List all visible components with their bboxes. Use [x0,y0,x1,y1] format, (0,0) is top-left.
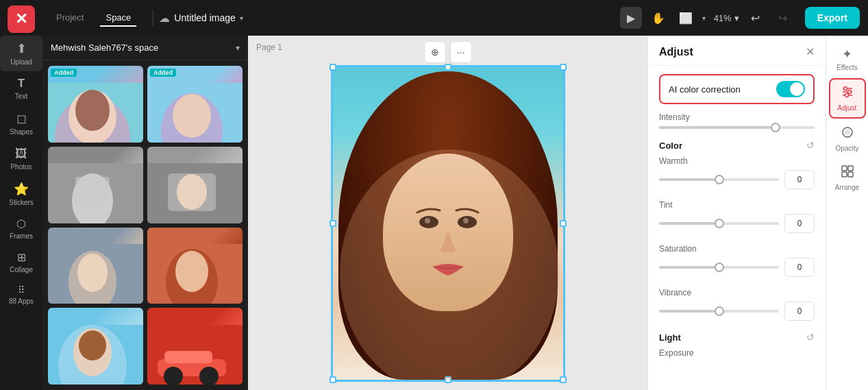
ai-correction-label: AI color correction [669,84,741,95]
selection-handle-topright[interactable] [560,64,567,71]
vibrance-label: Vibrance [659,288,815,297]
app-logo[interactable]: ✕ [8,5,35,33]
added-badge: Added [51,69,77,77]
portrait-container [333,67,563,380]
selection-handle-top[interactable] [445,64,451,71]
list-item[interactable]: Added GeneratePortrait_5|2... [48,66,143,143]
color-section-header: Color ↺ [659,140,815,151]
canvas-area: Page 1 ⊕ ··· [248,36,647,390]
left-sidebar: ✕ ⬆ Upload T Text ◻ Shapes 🖼 Photos ⭐ St… [0,0,42,390]
svg-rect-9 [75,177,110,204]
select-tool-button[interactable]: ▶ [620,7,642,29]
saturation-slider[interactable] [659,266,779,269]
adjust-sidebar-item[interactable]: Adjust [829,78,866,119]
sidebar-item-apps[interactable]: ⠿ 88 Apps [0,279,42,310]
list-item[interactable]: michael-dam-mEZ3... [147,228,243,304]
saturation-slider-row: 0 [659,258,815,277]
sidebar-item-upload[interactable]: ⬆ Upload [0,36,42,71]
warmth-thumb[interactable] [715,175,724,184]
list-item[interactable]: 20150313_003435.jpg [48,147,143,223]
svg-rect-43 [848,172,853,177]
color-reset-button[interactable]: ↺ [806,140,815,151]
arrange-sidebar-item[interactable]: Arrange [829,159,866,197]
opacity-icon [841,125,854,143]
vibrance-value: 0 [784,302,815,321]
warmth-slider[interactable] [659,178,779,181]
canvas-more-button[interactable]: ··· [450,41,472,63]
undo-button[interactable]: ↩ [745,7,767,29]
tint-thumb[interactable] [715,219,724,228]
selection-handle-left[interactable] [330,220,336,227]
light-reset-button[interactable]: ↺ [806,332,815,343]
sidebar-item-shapes[interactable]: ◻ Shapes [0,106,42,141]
space-chevron-icon[interactable]: ▾ [236,43,240,53]
list-item[interactable]: joshua-koblin-eqWl... [147,308,243,385]
saturation-value: 0 [784,258,815,277]
exposure-label: Exposure [659,348,815,358]
opacity-sidebar-item[interactable]: Opacity [829,120,866,158]
logo-icon: ✕ [15,10,27,28]
sidebar-label-text: Text [15,93,27,100]
export-button[interactable]: Export [805,7,860,29]
vibrance-slider-row: 0 [659,302,815,321]
ai-color-correction-row: AI color correction [659,74,815,104]
redo-button[interactable]: ↪ [772,7,794,29]
toggle-knob [790,82,804,96]
list-item[interactable]: Added ayo-ogunseinde-6W... [147,66,243,143]
tint-fill [659,222,719,225]
list-item[interactable]: 22052010309.jpg [48,228,143,304]
sidebar-item-collage[interactable]: ⊞ Collage [0,245,42,279]
hand-tool-button[interactable]: ✋ [647,7,669,29]
space-name: Mehwish Saleh767's space [51,42,158,53]
selection-handle-right[interactable] [560,220,567,227]
ai-correction-toggle[interactable] [776,81,805,97]
effects-sidebar-item[interactable]: ✦ Effects [829,41,866,77]
intensity-label: Intensity [659,112,815,122]
svg-point-3 [75,90,110,131]
image-panel: Mehwish Saleh767's space ▾ Added Generat… [42,36,248,390]
saturation-thumb[interactable] [715,263,724,272]
vibrance-slider[interactable] [659,310,779,313]
sidebar-label-collage: Collage [10,266,33,273]
intensity-thumb[interactable] [771,123,780,132]
selection-handle-bottomleft[interactable] [330,376,336,383]
svg-point-29 [458,216,477,228]
sidebar-item-stickers[interactable]: ⭐ Stickers [0,176,42,212]
vibrance-fill [659,310,719,313]
panel-close-button[interactable]: ✕ [806,45,815,58]
tab-space[interactable]: Space [100,10,136,27]
warmth-value: 0 [784,170,815,189]
doc-title-area[interactable]: ☁ Untitled image ▾ [159,12,243,25]
svg-point-28 [419,216,438,228]
canvas-copy-button[interactable]: ⊕ [424,41,446,63]
list-item[interactable]: Copy of IMG0170A.jpg [147,147,243,223]
adjust-label: Adjust [838,104,857,112]
canvas-image[interactable] [332,66,565,381]
sidebar-item-frames[interactable]: ⬡ Frames [0,212,42,245]
page-tool-button[interactable]: ⬜ [675,7,697,29]
sidebar-label-upload: Upload [10,58,32,66]
svg-point-39 [845,130,850,135]
stickers-icon: ⭐ [14,182,29,197]
tab-project[interactable]: Project [51,10,89,27]
sidebar-label-apps: 88 Apps [9,297,34,305]
selection-handle-bottomright[interactable] [560,376,567,383]
sidebar-item-photos[interactable]: 🖼 Photos [0,141,42,176]
selection-handle-bottom[interactable] [445,376,451,383]
list-item[interactable]: ayo-ogunseinde-6W... [48,308,143,385]
intensity-slider[interactable] [659,126,815,129]
warmth-label: Warmth [659,156,815,166]
vibrance-thumb[interactable] [715,306,724,316]
selection-handle-topleft[interactable] [330,64,336,71]
photos-icon: 🖼 [15,147,27,161]
tint-slider[interactable] [659,222,779,225]
zoom-control[interactable]: 41% ▾ [714,13,739,23]
effects-icon: ✦ [842,47,852,62]
text-icon: T [18,77,25,90]
svg-point-18 [175,251,208,292]
panel-header: Adjust ✕ [648,36,826,66]
doc-title-chevron: ▾ [240,14,243,22]
added-badge: Added [150,69,176,77]
sidebar-item-text[interactable]: T Text [0,71,42,106]
effects-label: Effects [836,64,857,71]
